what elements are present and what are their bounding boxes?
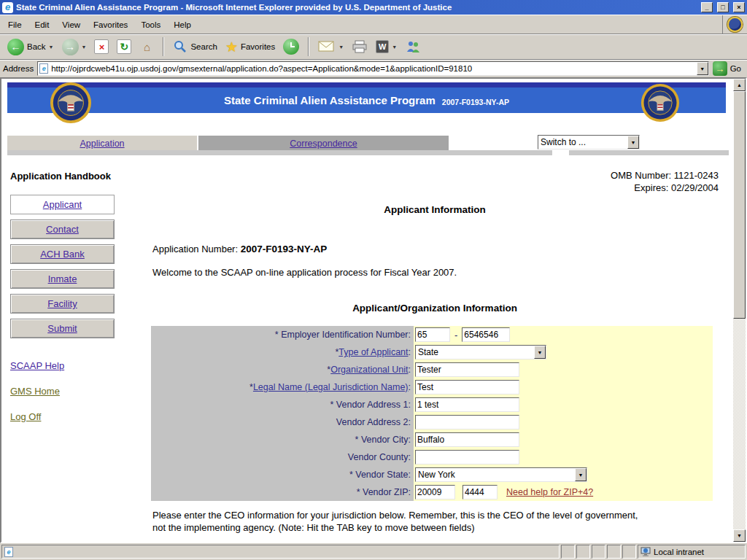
- facility-link[interactable]: Facility: [47, 298, 77, 309]
- log-off-link[interactable]: Log Off: [10, 411, 41, 422]
- back-icon: ←: [7, 39, 24, 55]
- type-dropdown-icon[interactable]: ▼: [534, 346, 546, 359]
- mail-dropdown-icon[interactable]: ▼: [338, 44, 344, 50]
- stop-button[interactable]: ×: [91, 38, 112, 55]
- address-bar: Address e http://ojprdcweb41u.ojp.usdoj.…: [0, 59, 747, 77]
- vendor-address2-input[interactable]: [415, 415, 519, 429]
- legal-name-input[interactable]: [415, 380, 519, 394]
- application-number-label: Application Number:: [152, 244, 238, 254]
- history-button[interactable]: [280, 37, 302, 56]
- sidebar-item-submit[interactable]: Submit: [10, 319, 115, 338]
- form-row-city: * Vendor City:: [151, 431, 713, 448]
- vendor-city-label: * Vendor City:: [151, 431, 414, 448]
- status-pane: [622, 545, 636, 559]
- home-icon: ⌂: [139, 39, 154, 54]
- edit-with-word-button[interactable]: W ▼: [373, 39, 400, 55]
- back-button[interactable]: ← Back ▼: [4, 37, 57, 57]
- browser-window: e State Criminal Alien Assistance Progra…: [0, 0, 747, 560]
- contact-link[interactable]: Contact: [46, 224, 79, 235]
- zip-help-link[interactable]: Need help for ZIP+4?: [506, 487, 593, 497]
- tab-application-link[interactable]: Application: [80, 139, 124, 149]
- omb-block: OMB Number: 1121-0243 Expires: 02/29/200…: [611, 169, 719, 194]
- scrollbar-thumb[interactable]: [733, 91, 746, 319]
- ein-part1-input[interactable]: [415, 327, 450, 342]
- organizational-unit-input[interactable]: [415, 362, 519, 377]
- close-button[interactable]: ×: [733, 2, 745, 12]
- security-zone-label: Local intranet: [654, 548, 704, 556]
- legal-name-link[interactable]: Legal Name (Legal Jurisdiction Name): [253, 382, 409, 392]
- omb-number: OMB Number: 1121-0243: [611, 169, 719, 182]
- browser-viewport: State Criminal Alien Assistance Program …: [0, 77, 747, 543]
- scaap-help-link[interactable]: SCAAP Help: [10, 360, 64, 371]
- scroll-up-icon[interactable]: ▲: [733, 79, 746, 91]
- menu-view[interactable]: View: [55, 18, 87, 31]
- menu-tools[interactable]: Tools: [134, 18, 167, 31]
- go-label: Go: [730, 64, 741, 73]
- type-of-applicant-link[interactable]: Type of Applicant: [338, 347, 408, 357]
- address-field[interactable]: e http://ojprdcweb41u.ojp.usdoj.gov/gmse…: [37, 61, 708, 76]
- sidebar-item-applicant[interactable]: Applicant: [10, 195, 115, 214]
- vendor-state-value: New York: [416, 468, 575, 481]
- messenger-button[interactable]: [402, 39, 424, 55]
- vendor-address1-input[interactable]: [415, 397, 519, 412]
- vendor-state-select[interactable]: New York ▼: [415, 467, 587, 482]
- submit-link[interactable]: Submit: [47, 323, 77, 334]
- ceo-note-line1: Please enter the CEO information for you…: [152, 509, 730, 521]
- type-of-applicant-select[interactable]: State ▼: [415, 345, 546, 359]
- window-title: State Criminal Alien Assistance Program …: [16, 3, 697, 12]
- gms-home-link[interactable]: GMS Home: [10, 386, 60, 397]
- restore-button[interactable]: □: [717, 2, 729, 12]
- sidebar-item-ach-bank[interactable]: ACH Bank: [10, 244, 115, 264]
- section-title: Applicant/Organization Information: [151, 303, 719, 314]
- mail-icon: [318, 41, 336, 52]
- mail-button[interactable]: ▼: [315, 39, 347, 54]
- ie-logo-icon: e: [2, 2, 13, 13]
- form-row-zip: * Vendor ZIP: Need help for ZIP+4?: [151, 483, 713, 501]
- vertical-scrollbar[interactable]: ▲ ▼: [733, 79, 746, 542]
- address-dropdown-icon[interactable]: ▼: [697, 62, 708, 75]
- history-icon: [283, 39, 299, 55]
- print-button[interactable]: [349, 39, 371, 55]
- scroll-down-icon[interactable]: ▼: [733, 529, 746, 542]
- word-dropdown-icon[interactable]: ▼: [392, 44, 397, 50]
- menu-edit[interactable]: Edit: [28, 18, 56, 31]
- vendor-zip-input[interactable]: [415, 485, 455, 499]
- inmate-link[interactable]: Inmate: [48, 273, 77, 284]
- status-bar: e Local intranet: [0, 543, 747, 560]
- label-colon: :: [409, 347, 411, 357]
- ach-bank-link[interactable]: ACH Bank: [40, 249, 85, 260]
- forward-button[interactable]: → ▼: [59, 37, 90, 57]
- go-button[interactable]: → Go: [713, 61, 744, 76]
- sidebar-item-contact[interactable]: Contact: [10, 219, 115, 239]
- application-number-value: 2007-F0193-NY-AP: [241, 244, 328, 254]
- status-pane: [576, 545, 590, 559]
- menu-favorites[interactable]: Favorites: [87, 18, 134, 31]
- state-dropdown-icon[interactable]: ▼: [575, 468, 587, 481]
- back-dropdown-icon[interactable]: ▼: [49, 44, 54, 50]
- page-icon: e: [39, 63, 48, 74]
- home-button[interactable]: ⌂: [136, 38, 157, 55]
- organizational-unit-label: *Organizational Unit:: [151, 361, 414, 378]
- vendor-zip4-input[interactable]: [462, 485, 498, 499]
- sidebar-item-inmate[interactable]: Inmate: [10, 269, 115, 289]
- address-url[interactable]: http://ojprdcweb41u.ojp.usdoj.gov/gmsext…: [48, 64, 696, 73]
- vendor-city-input[interactable]: [415, 432, 519, 447]
- menu-file[interactable]: File: [1, 18, 28, 31]
- refresh-icon: ↻: [117, 39, 131, 54]
- status-pane: [561, 545, 575, 559]
- form-row-legal-name: *Legal Name (Legal Jurisdiction Name):: [151, 378, 713, 396]
- search-label: Search: [190, 42, 217, 51]
- ein-part2-input[interactable]: [462, 327, 510, 342]
- applicant-link[interactable]: Applicant: [43, 199, 82, 210]
- sidebar-item-facility[interactable]: Facility: [10, 294, 115, 314]
- menu-help[interactable]: Help: [167, 18, 198, 31]
- organizational-unit-link[interactable]: Organizational Unit: [330, 365, 408, 375]
- favorites-button[interactable]: ★ Favorites: [222, 37, 278, 57]
- label-colon: :: [409, 382, 411, 392]
- search-button[interactable]: Search: [170, 38, 220, 55]
- vendor-county-input[interactable]: [415, 450, 519, 464]
- forward-dropdown-icon[interactable]: ▼: [82, 44, 87, 50]
- security-zone-pane: Local intranet: [638, 545, 746, 559]
- minimize-button[interactable]: _: [701, 2, 713, 12]
- refresh-button[interactable]: ↻: [114, 38, 134, 55]
